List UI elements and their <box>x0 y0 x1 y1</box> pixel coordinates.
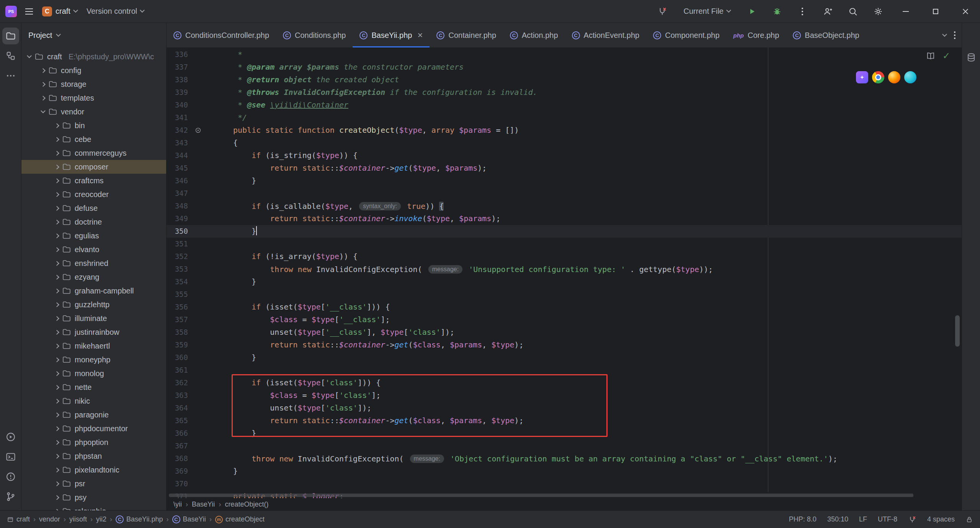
breadcrumb-item[interactable]: BaseYii <box>192 500 215 508</box>
tab-actionevent-php[interactable]: CActionEvent.php <box>565 23 647 47</box>
code-line-346[interactable]: 346 } <box>167 174 962 187</box>
settings-button[interactable] <box>870 3 887 20</box>
chevron-right-icon[interactable] <box>54 495 59 500</box>
tree-item-vendor[interactable]: vendor <box>21 105 166 119</box>
code-line-351[interactable]: 351 <box>167 238 962 250</box>
code-line-354[interactable]: 354 } <box>167 275 962 288</box>
code-line-363[interactable]: 363 $class = $type['class']; <box>167 389 962 402</box>
problems-tool-button[interactable] <box>2 468 19 485</box>
code-line-364[interactable]: 364 unset($type['class']); <box>167 402 962 414</box>
tree-item-mikehaertl[interactable]: mikehaertl <box>21 339 166 353</box>
status-widget-350-10[interactable]: 350:10 <box>827 515 848 523</box>
tab-options-icon[interactable] <box>954 34 956 36</box>
tree-item-doctrine[interactable]: doctrine <box>21 215 166 229</box>
version-control-tool-button[interactable] <box>2 488 19 505</box>
code-line-365[interactable]: 365 return static::$container->get($clas… <box>167 414 962 427</box>
tab-container-php[interactable]: CContainer.php <box>430 23 503 47</box>
code-line-342[interactable]: 342public static function createObject($… <box>167 124 962 137</box>
code-line-344[interactable]: 344 if (is_string($type)) { <box>167 149 962 162</box>
chevron-right-icon[interactable] <box>54 165 59 169</box>
code-line-355[interactable]: 355 <box>167 288 962 301</box>
chevron-right-icon[interactable] <box>54 385 59 390</box>
chevron-right-icon[interactable] <box>54 330 59 335</box>
ai-assistant-icon[interactable] <box>856 71 868 83</box>
reader-mode-button[interactable] <box>926 51 936 61</box>
code-line-356[interactable]: 356 if (isset($type['__class'])) { <box>167 301 962 313</box>
code-line-347[interactable]: 347 <box>167 187 962 200</box>
tree-item-commerceguys[interactable]: commerceguys <box>21 146 166 160</box>
code-line-339[interactable]: 339 * @throws InvalidConfigException if … <box>167 86 962 99</box>
tree-item-craftcms[interactable]: craftcms <box>21 174 166 187</box>
tree-item-config[interactable]: config <box>21 64 166 77</box>
tree-item-paragonie[interactable]: paragonie <box>21 408 166 422</box>
tree-item-elvanto[interactable]: elvanto <box>21 243 166 256</box>
tree-item-moneyphp[interactable]: moneyphp <box>21 353 166 367</box>
code-line-338[interactable]: 338 * @return object the created object <box>167 73 962 86</box>
main-menu-button[interactable] <box>21 3 38 20</box>
chevron-right-icon[interactable] <box>54 371 59 376</box>
more-actions-button[interactable] <box>794 3 811 20</box>
tab-conditions-php[interactable]: CConditions.php <box>276 23 353 47</box>
tree-item-phpdocumentor[interactable]: phpdocumentor <box>21 422 166 435</box>
tree-item-guzzlehttp[interactable]: guzzlehttp <box>21 298 166 311</box>
tab-core-php[interactable]: phpCore.php <box>727 23 786 47</box>
tree-item-bin[interactable]: bin <box>21 119 166 132</box>
run-tool-button[interactable] <box>2 429 19 445</box>
chevron-right-icon[interactable] <box>54 481 59 486</box>
status-widget-4-spaces[interactable]: 4 spaces <box>927 515 955 523</box>
code-line-367[interactable]: 367 <box>167 440 962 452</box>
project-panel-header[interactable]: Project <box>21 23 166 47</box>
tree-item-composer[interactable]: composer <box>21 160 166 174</box>
chevron-right-icon[interactable] <box>54 178 59 183</box>
chevron-right-icon[interactable] <box>41 96 46 101</box>
project-tool-button[interactable] <box>2 28 19 44</box>
tree-item-psr[interactable]: psr <box>21 477 166 491</box>
tree-item-phpstan[interactable]: phpstan <box>21 449 166 463</box>
status-widget-lf[interactable]: LF <box>859 515 867 523</box>
tree-item-justinrainbow[interactable]: justinrainbow <box>21 325 166 339</box>
run-button[interactable] <box>743 3 760 20</box>
breadcrumb-item[interactable]: createObject() <box>225 500 268 508</box>
tab-conditionscontroller-php[interactable]: CConditionsController.php <box>167 23 276 47</box>
tree-item-defuse[interactable]: defuse <box>21 201 166 215</box>
code-with-me-button[interactable] <box>819 3 836 20</box>
code-line-337[interactable]: 337 * @param array $params the construct… <box>167 61 962 73</box>
chevron-right-icon[interactable] <box>54 288 59 293</box>
chevron-right-icon[interactable] <box>54 192 59 197</box>
chevron-right-icon[interactable] <box>54 233 59 238</box>
code-line-336[interactable]: 336 * <box>167 48 962 61</box>
status-path-item[interactable]: craft <box>7 515 30 523</box>
tree-item-ralouphie[interactable]: ralouphie <box>21 504 166 510</box>
tree-item-pixelandtonic[interactable]: pixelandtonic <box>21 463 166 477</box>
chevron-right-icon[interactable] <box>54 468 59 473</box>
status-xdebug-widget[interactable] <box>908 515 916 524</box>
chevron-right-icon[interactable] <box>54 357 59 362</box>
code-line-361[interactable]: 361 <box>167 364 962 376</box>
status-path-item[interactable]: yiisoft <box>69 515 87 523</box>
edge-browser-icon[interactable] <box>904 71 916 83</box>
chrome-browser-icon[interactable] <box>872 71 884 83</box>
code-line-341[interactable]: 341 */ <box>167 111 962 124</box>
more-tool-windows-button[interactable] <box>2 67 19 84</box>
status-path-item[interactable]: CBaseYii <box>172 515 206 523</box>
code-line-350[interactable]: 350 } <box>167 225 962 238</box>
vertical-scrollbar-thumb[interactable] <box>955 315 960 347</box>
search-everywhere-button[interactable] <box>844 3 861 20</box>
chevron-right-icon[interactable] <box>54 275 59 280</box>
tree-item-phpoption[interactable]: phpoption <box>21 435 166 449</box>
breadcrumb-item[interactable]: \yii <box>173 500 182 508</box>
firefox-browser-icon[interactable] <box>888 71 900 83</box>
tree-item-illuminate[interactable]: illuminate <box>21 311 166 325</box>
tab-close-icon[interactable]: × <box>417 31 423 40</box>
chevron-down-icon[interactable] <box>41 108 46 113</box>
tree-item-creocoder[interactable]: creocoder <box>21 187 166 201</box>
minimize-button[interactable] <box>895 0 916 23</box>
code-line-369[interactable]: 369} <box>167 465 962 477</box>
code-line-359[interactable]: 359 return static::$container->get($clas… <box>167 339 962 351</box>
code-line-366[interactable]: 366 } <box>167 427 962 440</box>
chevron-right-icon[interactable] <box>41 82 46 87</box>
close-button[interactable] <box>955 0 976 23</box>
run-configuration-selector[interactable]: Current File <box>679 5 735 18</box>
tab-baseyii-php[interactable]: CBaseYii.php× <box>353 23 430 47</box>
tab-component-php[interactable]: CComponent.php <box>646 23 726 47</box>
